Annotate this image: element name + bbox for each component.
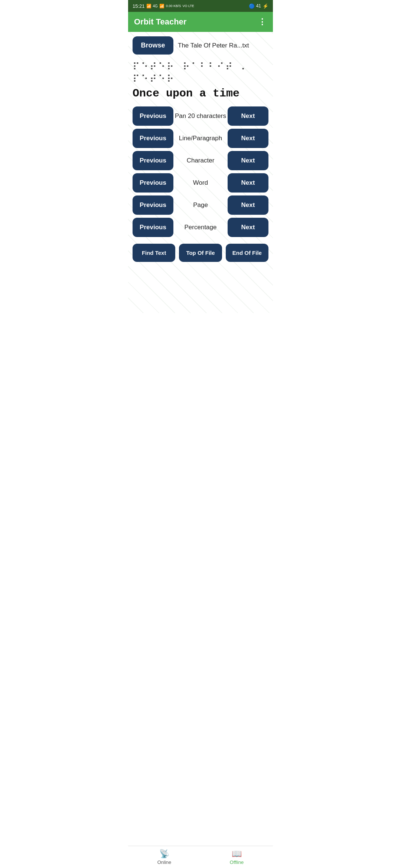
- status-bar: 15:21 📶 4G 📶 0.00 KB/S VO LTE 🔵 41 ⚡: [128, 0, 273, 12]
- nav-row-line: Previous Line/Paragraph Next: [133, 129, 268, 148]
- prev-line-button[interactable]: Previous: [133, 129, 173, 148]
- label-page: Page: [173, 201, 228, 209]
- action-row: Find Text Top Of File End Of File: [133, 244, 268, 262]
- time-display: 15:21: [133, 3, 145, 9]
- label-character: Character: [173, 157, 228, 164]
- text-display: Once upon a time: [133, 87, 268, 100]
- prev-percentage-button[interactable]: Previous: [133, 218, 173, 237]
- status-right: 🔵 41 ⚡: [249, 3, 268, 9]
- app-bar: Orbit Teacher ⋮: [128, 12, 273, 32]
- end-of-file-button[interactable]: End Of File: [226, 244, 268, 262]
- next-page-button[interactable]: Next: [228, 195, 268, 215]
- prev-word-button[interactable]: Previous: [133, 173, 173, 193]
- label-line: Line/Paragraph: [173, 135, 228, 142]
- label-word: Word: [173, 179, 228, 187]
- main-content: Browse The Tale Of Peter Ra...txt ⠏⠑⠞⠑⠗ …: [128, 32, 273, 313]
- nav-rows: Previous Pan 20 characters Next Previous…: [133, 106, 268, 237]
- prev-pan-button[interactable]: Previous: [133, 106, 173, 126]
- vo-lte-icon: VO LTE: [182, 4, 194, 8]
- bluetooth-icon: 🔵: [249, 3, 255, 9]
- find-text-button[interactable]: Find Text: [133, 244, 175, 262]
- braille-text: ⠏⠑⠞⠑⠗ ⠗⠁⠃⠃⠊⠞ ⠄ ⠏⠑⠞⠑⠗: [133, 61, 250, 85]
- nav-row-percentage: Previous Percentage Next: [133, 218, 268, 237]
- nav-row-pan: Previous Pan 20 characters Next: [133, 106, 268, 126]
- browse-button[interactable]: Browse: [133, 36, 173, 55]
- file-name-display: The Tale Of Peter Ra...txt: [178, 42, 249, 49]
- nav-row-character: Previous Character Next: [133, 151, 268, 170]
- data-icon: 4G: [153, 4, 158, 8]
- next-percentage-button[interactable]: Next: [228, 218, 268, 237]
- signal-icon: 📶: [146, 4, 151, 9]
- label-percentage: Percentage: [173, 224, 228, 231]
- next-char-button[interactable]: Next: [228, 151, 268, 170]
- battery-level: 41: [256, 3, 261, 9]
- status-left: 15:21 📶 4G 📶 0.00 KB/S VO LTE: [133, 3, 194, 9]
- menu-button[interactable]: ⋮: [258, 17, 267, 27]
- prev-page-button[interactable]: Previous: [133, 195, 173, 215]
- signal2-icon: 📶: [159, 4, 164, 9]
- kb-display: 0.00 KB/S: [166, 4, 181, 8]
- label-pan: Pan 20 characters: [173, 112, 228, 120]
- app-title: Orbit Teacher: [134, 17, 186, 27]
- top-of-file-button[interactable]: Top Of File: [179, 244, 222, 262]
- next-pan-button[interactable]: Next: [228, 106, 268, 126]
- battery-icon: ⚡: [263, 3, 268, 9]
- nav-row-word: Previous Word Next: [133, 173, 268, 193]
- browse-row: Browse The Tale Of Peter Ra...txt: [133, 36, 268, 55]
- next-line-button[interactable]: Next: [228, 129, 268, 148]
- prev-char-button[interactable]: Previous: [133, 151, 173, 170]
- braille-display: ⠏⠑⠞⠑⠗ ⠗⠁⠃⠃⠊⠞ ⠄ ⠏⠑⠞⠑⠗: [133, 60, 268, 85]
- nav-row-page: Previous Page Next: [133, 195, 268, 215]
- next-word-button[interactable]: Next: [228, 173, 268, 193]
